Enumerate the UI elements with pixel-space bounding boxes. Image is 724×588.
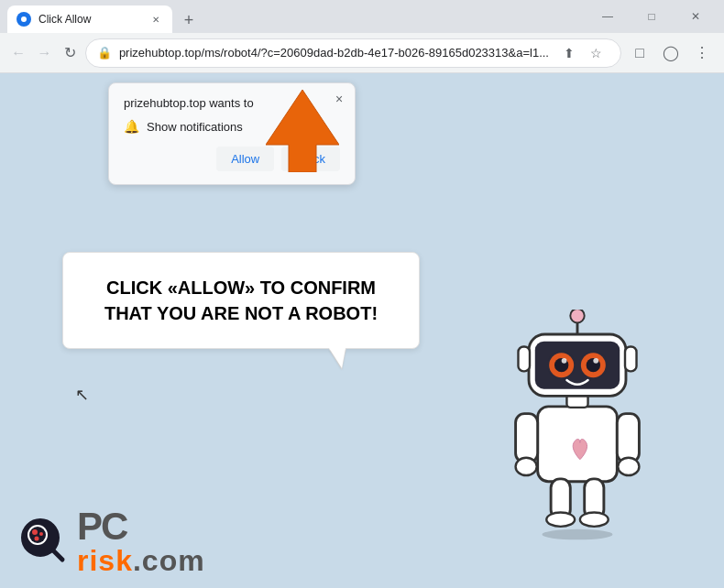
new-tab-button[interactable]: + — [176, 7, 202, 33]
svg-rect-3 — [617, 414, 639, 463]
minimize-button[interactable]: — — [587, 0, 629, 33]
svg-point-10 — [542, 529, 612, 540]
bubble-text: CLICK «ALLOW» TO CONFIRM THAT YOU ARE NO… — [89, 275, 393, 326]
profile-button[interactable]: ◯ — [656, 38, 686, 68]
popup-row-text: Show notifications — [147, 120, 243, 134]
pcrisk-logo: PC risk.com — [20, 507, 205, 575]
forward-button[interactable]: → — [33, 38, 55, 68]
svg-point-30 — [39, 532, 43, 536]
svg-point-31 — [35, 537, 39, 541]
back-button[interactable]: ← — [7, 38, 29, 68]
active-tab[interactable]: Click Allow ✕ — [7, 5, 172, 33]
svg-rect-24 — [518, 346, 530, 371]
svg-point-5 — [618, 458, 639, 475]
toolbar-actions: □ ◯ ⋮ — [625, 38, 717, 68]
extensions-button[interactable]: □ — [625, 38, 654, 68]
tab-title: Click Allow — [38, 13, 141, 26]
page-content: × prizehubtop.top wants to 🔔 Show notifi… — [0, 73, 724, 588]
share-button[interactable]: ⬆ — [556, 40, 582, 66]
svg-point-28 — [29, 527, 46, 543]
svg-point-21 — [593, 358, 598, 364]
svg-point-17 — [562, 358, 567, 364]
bookmark-button[interactable]: ☆ — [584, 40, 609, 66]
pcrisk-text: PC risk.com — [77, 507, 205, 575]
svg-point-23 — [570, 310, 584, 322]
robot-container — [486, 310, 669, 551]
lock-icon: 🔒 — [97, 46, 112, 60]
navbar: ← → ↻ 🔒 prizehubtop.top/ms/robot4/?c=206… — [0, 33, 724, 73]
close-button[interactable]: ✕ — [675, 0, 717, 33]
refresh-button[interactable]: ↻ — [60, 38, 82, 68]
menu-button[interactable]: ⋮ — [687, 38, 717, 68]
svg-point-4 — [516, 458, 537, 475]
maximize-button[interactable]: □ — [631, 0, 673, 33]
address-bar[interactable]: 🔒 prizehubtop.top/ms/robot4/?c=20609dad-… — [85, 38, 621, 68]
svg-line-32 — [53, 550, 62, 560]
tab-close-button[interactable]: ✕ — [148, 12, 163, 27]
tab-favicon — [16, 12, 31, 27]
orange-arrow — [266, 90, 339, 176]
svg-rect-25 — [625, 346, 637, 371]
svg-point-9 — [580, 512, 609, 526]
tab-area: Click Allow ✕ + — [7, 0, 583, 33]
titlebar: Click Allow ✕ + — □ ✕ — [0, 0, 724, 33]
svg-rect-2 — [516, 414, 538, 463]
svg-point-8 — [546, 512, 575, 526]
mouse-cursor: ↖ — [75, 385, 89, 405]
speech-bubble: CLICK «ALLOW» TO CONFIRM THAT YOU ARE NO… — [62, 252, 420, 349]
svg-marker-0 — [266, 90, 339, 172]
url-text: prizehubtop.top/ms/robot4/?c=20609dad-b2… — [119, 46, 549, 60]
address-actions: ⬆ ☆ — [556, 40, 609, 66]
bell-icon: 🔔 — [124, 119, 139, 134]
svg-point-29 — [32, 529, 38, 535]
window-controls: — □ ✕ — [587, 0, 717, 33]
